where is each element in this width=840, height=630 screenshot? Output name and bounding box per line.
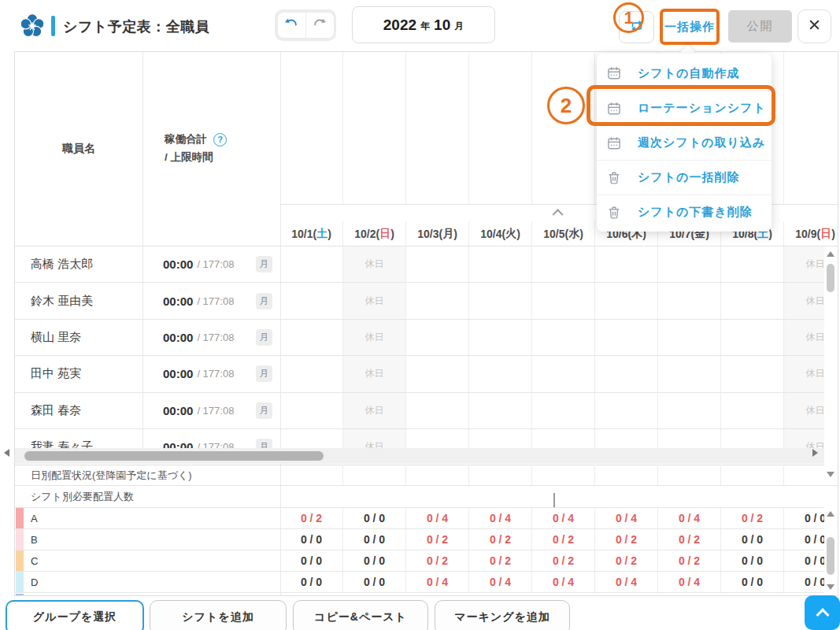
shift-cell[interactable] xyxy=(469,393,532,428)
shift-cell[interactable] xyxy=(280,283,343,318)
menu-item-4[interactable]: シフトの一括削除 xyxy=(597,160,772,195)
staffing-value: 0 / 0 xyxy=(721,529,784,550)
horizontal-scrollbar-thumb[interactable] xyxy=(24,451,324,461)
shift-cell[interactable] xyxy=(595,283,658,318)
shift-cell[interactable] xyxy=(406,356,469,391)
shift-cell[interactable] xyxy=(469,246,532,282)
shift-cell[interactable] xyxy=(658,283,721,318)
vertical-scrollbar-thumb[interactable] xyxy=(827,537,834,575)
scroll-left-arrow[interactable] xyxy=(4,449,9,457)
shift-cell[interactable] xyxy=(595,356,658,391)
shift-cell[interactable] xyxy=(595,320,658,355)
shift-cell[interactable] xyxy=(721,356,784,391)
shift-cell[interactable] xyxy=(406,246,469,282)
shift-cell[interactable] xyxy=(406,320,469,355)
required-staff-label: シフト別必要配置人数 xyxy=(15,490,134,504)
shift-cell[interactable] xyxy=(532,246,595,282)
shift-cell[interactable] xyxy=(658,246,721,282)
shift-cell[interactable] xyxy=(280,246,343,282)
shift-cell[interactable] xyxy=(532,429,595,449)
staffing-value: 0 / 2 xyxy=(658,550,721,571)
scroll-down-arrow[interactable] xyxy=(827,584,834,590)
tab-1[interactable]: グループを選択 xyxy=(6,600,144,630)
shift-cell[interactable] xyxy=(532,356,595,391)
shift-values: 0 / 00 / 00 / 20 / 20 / 20 / 20 / 20 / 0… xyxy=(280,550,838,571)
menu-item-5[interactable]: シフトの下書き削除 xyxy=(597,195,772,229)
shift-cell[interactable] xyxy=(406,283,469,318)
horizontal-scrollbar[interactable] xyxy=(15,448,838,464)
shift-cell[interactable] xyxy=(658,393,721,428)
shift-cell[interactable] xyxy=(469,356,532,391)
shift-cell[interactable] xyxy=(595,393,658,428)
shift-cell[interactable] xyxy=(658,429,721,449)
shift-cell[interactable] xyxy=(721,283,784,318)
shift-cell[interactable] xyxy=(406,393,469,428)
shift-cell[interactable]: 休日 xyxy=(343,393,406,428)
daily-status-cell xyxy=(721,465,784,485)
shift-values: 0 / 00 / 00 / 40 / 40 / 40 / 40 / 40 / 0… xyxy=(280,572,838,592)
shift-cell[interactable] xyxy=(532,320,595,355)
empty-header-cell xyxy=(532,52,595,204)
period-selector[interactable]: 2022 年 10 月 xyxy=(352,6,495,43)
bottom-vertical-scrollbar[interactable] xyxy=(824,507,838,595)
scroll-down-arrow[interactable] xyxy=(827,472,834,477)
shift-cell[interactable]: 休日 xyxy=(343,429,406,449)
staff-name: 我妻 寿々子 xyxy=(15,429,142,449)
scroll-up-arrow[interactable] xyxy=(827,511,834,517)
staff-vertical-scrollbar[interactable] xyxy=(824,246,838,485)
shift-cell[interactable] xyxy=(280,429,343,449)
chevron-up-icon xyxy=(553,209,564,220)
shift-cell[interactable] xyxy=(469,320,532,355)
tab-3[interactable]: コピー&ペースト xyxy=(293,600,428,630)
shift-cell[interactable] xyxy=(532,283,595,318)
collapse-bottom-control[interactable] xyxy=(553,493,555,507)
bulk-operation-button[interactable]: 一括操作 xyxy=(660,9,720,45)
scroll-right-arrow[interactable] xyxy=(812,449,818,457)
undo-button[interactable] xyxy=(278,13,305,38)
staff-name: 森田 春奈 xyxy=(15,393,142,428)
publish-button[interactable]: 公開 xyxy=(728,10,792,43)
daily-status-cell xyxy=(595,465,658,485)
shift-cell[interactable] xyxy=(658,320,721,355)
shift-cell[interactable] xyxy=(280,393,343,428)
shift-cell[interactable]: 休日 xyxy=(343,356,406,391)
shift-cell[interactable] xyxy=(721,246,784,282)
shift-cell[interactable] xyxy=(469,283,532,318)
shift-cell[interactable] xyxy=(595,246,658,282)
hour-cap: / 177:08 xyxy=(197,332,234,343)
staff-rows: 高橋 浩太郎00:00/ 177:08月休日休日鈴木 亜由美00:00/ 177… xyxy=(15,246,838,449)
shift-cell[interactable]: 休日 xyxy=(343,246,406,282)
shift-cell[interactable] xyxy=(721,320,784,355)
close-button[interactable] xyxy=(797,9,831,43)
empty-header-cell xyxy=(406,52,469,204)
tab-2[interactable]: シフトを追加 xyxy=(150,600,287,630)
shift-cell[interactable] xyxy=(406,429,469,449)
staff-total: 00:00/ 177:08月 xyxy=(142,283,280,318)
bulk-operation-dropdown: シフトの自動作成ローテーションシフト週次シフトの取り込みシフトの一括削除シフトの… xyxy=(597,54,772,232)
shift-cell[interactable] xyxy=(658,356,721,391)
shift-cell[interactable] xyxy=(721,393,784,428)
vertical-scrollbar-thumb[interactable] xyxy=(827,264,834,292)
scroll-up-arrow[interactable] xyxy=(827,251,834,257)
date-header-cell: 10/5(水) xyxy=(532,221,595,246)
shift-cell[interactable] xyxy=(721,429,784,449)
shift-cell[interactable]: 休日 xyxy=(343,283,406,318)
shift-cell[interactable]: 休日 xyxy=(343,320,406,355)
menu-item-label: シフトの一括削除 xyxy=(638,170,739,185)
scroll-to-top-button[interactable] xyxy=(805,595,840,630)
shift-cell[interactable] xyxy=(280,320,343,355)
help-icon[interactable]: ? xyxy=(213,133,227,146)
shift-cell[interactable] xyxy=(532,393,595,428)
worked-hours: 00:00 xyxy=(163,367,193,380)
staffing-value: 0 / 0 xyxy=(280,572,343,592)
staffing-value: 0 / 2 xyxy=(406,550,469,571)
shift-cell[interactable] xyxy=(280,356,343,391)
staff-total: 00:00/ 177:08月 xyxy=(142,320,280,355)
redo-button[interactable] xyxy=(306,13,334,38)
menu-item-3[interactable]: 週次シフトの取り込み xyxy=(597,125,772,160)
hour-cap: / 177:08 xyxy=(197,295,234,307)
shift-cell[interactable] xyxy=(469,429,532,449)
tab-4[interactable]: マーキングを追加 xyxy=(435,600,570,630)
staffing-value: 0 / 4 xyxy=(406,572,469,592)
shift-cell[interactable] xyxy=(595,429,658,449)
